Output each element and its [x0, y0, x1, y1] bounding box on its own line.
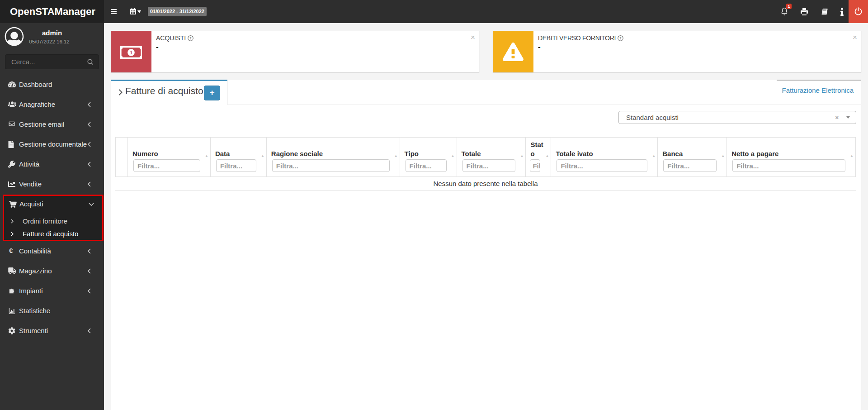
svg-text:1: 1: [130, 49, 132, 56]
svg-text:?: ?: [189, 37, 191, 40]
svg-text:?: ?: [619, 37, 621, 40]
